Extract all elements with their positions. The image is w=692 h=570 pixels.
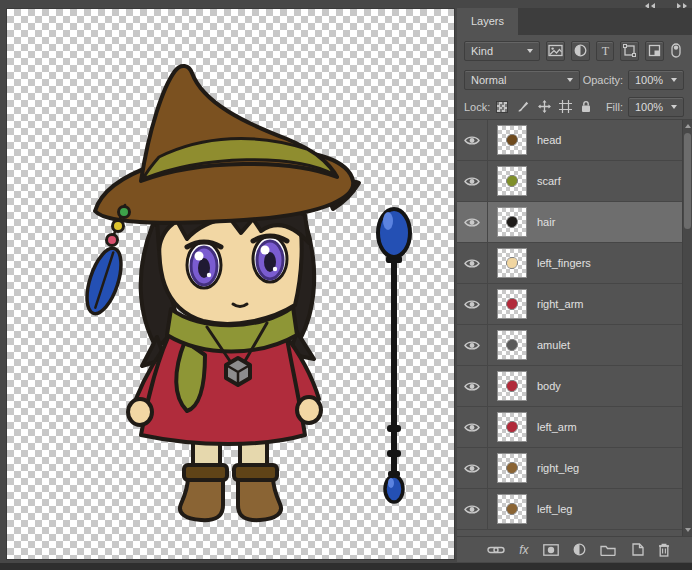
thumbnail-sprite: [507, 340, 517, 350]
layer-row[interactable]: left_leg: [457, 489, 682, 530]
layer-row[interactable]: body: [457, 366, 682, 407]
move-icon: [538, 100, 551, 113]
lock-pixels-button[interactable]: [514, 98, 532, 115]
layer-row[interactable]: left_fingers: [457, 243, 682, 284]
eye-icon: [464, 504, 480, 515]
layer-row[interactable]: head: [457, 120, 682, 161]
visibility-toggle[interactable]: [457, 366, 488, 406]
eye-icon: [464, 463, 480, 474]
layer-rows: head scarf hair: [457, 120, 682, 530]
half-circle-icon: [574, 44, 587, 57]
smart-object-icon: [648, 44, 661, 57]
scrollbar-thumb[interactable]: [684, 133, 691, 229]
layer-name[interactable]: left_leg: [537, 503, 572, 515]
shape-icon: [623, 44, 636, 57]
visibility-toggle[interactable]: [457, 120, 488, 160]
layer-style-button[interactable]: fx: [519, 544, 528, 556]
filter-toggle-icon[interactable]: [668, 42, 684, 59]
layer-row[interactable]: right_leg: [457, 448, 682, 489]
layer-name[interactable]: hair: [537, 216, 555, 228]
visibility-toggle[interactable]: [457, 243, 488, 283]
layer-thumbnail[interactable]: [497, 453, 527, 483]
adjustment-filter-button[interactable]: [571, 41, 590, 61]
delete-layer-button[interactable]: [658, 543, 670, 557]
layer-thumbnail[interactable]: [497, 248, 527, 278]
visibility-toggle[interactable]: [457, 448, 488, 488]
scroll-up-icon[interactable]: [685, 124, 691, 128]
layer-thumbnail[interactable]: [497, 289, 527, 319]
lock-icon: [580, 100, 592, 113]
thumbnail-sprite: [507, 258, 517, 268]
folder-icon: [600, 544, 616, 556]
tab-layers[interactable]: Layers: [457, 8, 518, 35]
layer-thumbnail[interactable]: [497, 166, 527, 196]
thumbnail-sprite: [507, 504, 517, 514]
layer-name[interactable]: left_fingers: [537, 257, 591, 269]
image-icon: [548, 44, 563, 57]
smart-object-filter-button[interactable]: [645, 41, 664, 61]
shape-filter-button[interactable]: [620, 41, 639, 61]
visibility-toggle[interactable]: [457, 161, 488, 201]
link-layers-button[interactable]: [487, 545, 505, 555]
layer-name[interactable]: amulet: [537, 339, 570, 351]
layer-row[interactable]: hair: [457, 202, 682, 243]
layer-thumbnail[interactable]: [497, 330, 527, 360]
panel-bottom-bar: fx: [457, 537, 692, 562]
kind-filter-dropdown[interactable]: Kind: [464, 41, 540, 61]
eye-icon: [464, 135, 480, 146]
scroll-down-icon[interactable]: [685, 528, 691, 532]
layer-row[interactable]: right_arm: [457, 284, 682, 325]
blend-mode-value: Normal: [471, 74, 506, 86]
layer-name[interactable]: scarf: [537, 175, 561, 187]
layer-thumbnail[interactable]: [497, 371, 527, 401]
fill-dropdown[interactable]: 100%: [628, 97, 684, 117]
lock-artboard-button[interactable]: [556, 98, 574, 115]
layer-thumbnail[interactable]: [497, 494, 527, 524]
lock-all-button[interactable]: [577, 98, 595, 115]
adjustment-layer-button[interactable]: [573, 543, 586, 556]
thumbnail-sprite: [507, 422, 517, 432]
mask-icon: [543, 544, 559, 556]
adjustment-icon: [573, 543, 586, 556]
visibility-toggle[interactable]: [457, 407, 488, 447]
layer-row[interactable]: amulet: [457, 325, 682, 366]
add-mask-button[interactable]: [543, 544, 559, 556]
visibility-toggle[interactable]: [457, 489, 488, 529]
eye-icon: [464, 422, 480, 433]
pixel-filter-button[interactable]: [546, 41, 565, 61]
thumbnail-sprite: [507, 217, 517, 227]
thumbnail-sprite: [507, 381, 517, 391]
lock-transparency-button[interactable]: [493, 98, 511, 115]
layer-name[interactable]: left_arm: [537, 421, 577, 433]
layer-name[interactable]: head: [537, 134, 561, 146]
layer-thumbnail[interactable]: [497, 207, 527, 237]
layer-name[interactable]: body: [537, 380, 561, 392]
visibility-toggle[interactable]: [457, 202, 488, 242]
visibility-toggle[interactable]: [457, 325, 488, 365]
opacity-label: Opacity:: [583, 74, 623, 86]
photoshop-window: Layers Kind T: [0, 0, 692, 570]
opacity-dropdown[interactable]: 100%: [628, 70, 684, 90]
layers-panel: Layers Kind T: [457, 8, 692, 562]
layer-thumbnail[interactable]: [497, 125, 527, 155]
canvas-area[interactable]: [6, 8, 455, 560]
thumbnail-sprite: [507, 299, 517, 309]
type-filter-button[interactable]: T: [596, 41, 615, 61]
fill-label: Fill:: [606, 101, 623, 113]
blend-mode-dropdown[interactable]: Normal: [464, 70, 580, 90]
layer-name[interactable]: right_arm: [537, 298, 583, 310]
new-group-button[interactable]: [600, 544, 616, 556]
scrollbar[interactable]: [682, 120, 692, 536]
new-layer-button[interactable]: [631, 543, 644, 556]
lock-row: Lock:: [457, 94, 692, 120]
layer-row[interactable]: left_arm: [457, 407, 682, 448]
panel-tab-bar: Layers: [457, 8, 692, 35]
layer-name[interactable]: right_leg: [537, 462, 579, 474]
lock-position-button[interactable]: [535, 98, 553, 115]
layer-row[interactable]: scarf: [457, 161, 682, 202]
layer-thumbnail[interactable]: [497, 412, 527, 442]
link-icon: [487, 545, 505, 555]
status-strip: [0, 563, 692, 570]
visibility-toggle[interactable]: [457, 284, 488, 324]
brush-icon: [517, 100, 530, 113]
